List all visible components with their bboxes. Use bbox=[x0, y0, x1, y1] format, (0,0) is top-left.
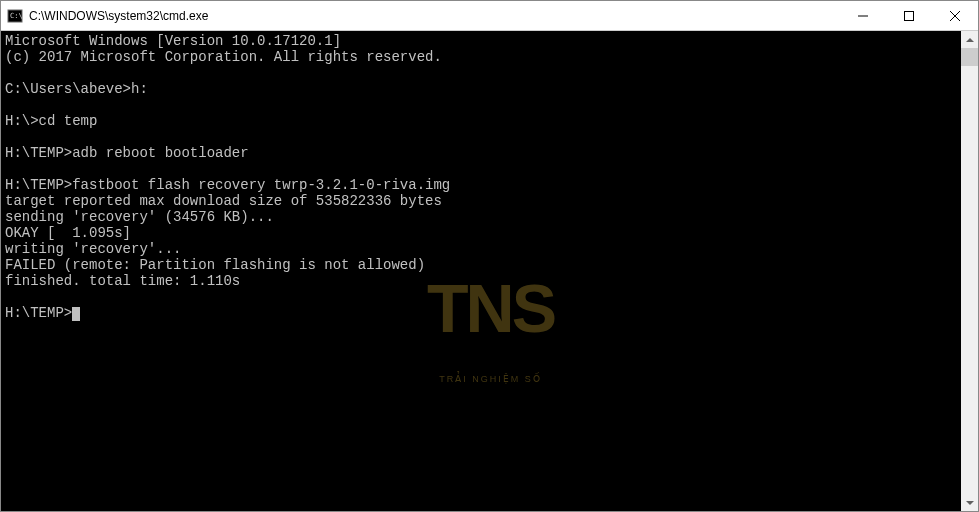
scroll-track[interactable] bbox=[961, 48, 978, 494]
scroll-up-button[interactable] bbox=[961, 31, 978, 48]
svg-rect-3 bbox=[905, 11, 914, 20]
cmd-icon: C:\ bbox=[7, 8, 23, 24]
titlebar[interactable]: C:\ C:\WINDOWS\system32\cmd.exe bbox=[1, 1, 978, 31]
text-cursor bbox=[72, 307, 80, 321]
terminal-output[interactable]: Microsoft Windows [Version 10.0.17120.1]… bbox=[1, 31, 978, 511]
window-controls bbox=[840, 1, 978, 30]
svg-marker-7 bbox=[966, 501, 974, 505]
scroll-down-button[interactable] bbox=[961, 494, 978, 511]
vertical-scrollbar[interactable] bbox=[961, 31, 978, 511]
minimize-button[interactable] bbox=[840, 1, 886, 30]
watermark-text: TNS bbox=[427, 281, 554, 335]
cmd-window: C:\ C:\WINDOWS\system32\cmd.exe Microsof… bbox=[0, 0, 979, 512]
watermark-logo: TNS TRẢI NGHIỆM SỐ bbox=[427, 249, 554, 419]
svg-text:C:\: C:\ bbox=[10, 12, 23, 20]
close-button[interactable] bbox=[932, 1, 978, 30]
watermark-tagline: TRẢI NGHIỆM SỐ bbox=[427, 371, 554, 387]
svg-marker-6 bbox=[966, 38, 974, 42]
scroll-thumb[interactable] bbox=[961, 48, 978, 66]
maximize-button[interactable] bbox=[886, 1, 932, 30]
window-title: C:\WINDOWS\system32\cmd.exe bbox=[29, 9, 840, 23]
